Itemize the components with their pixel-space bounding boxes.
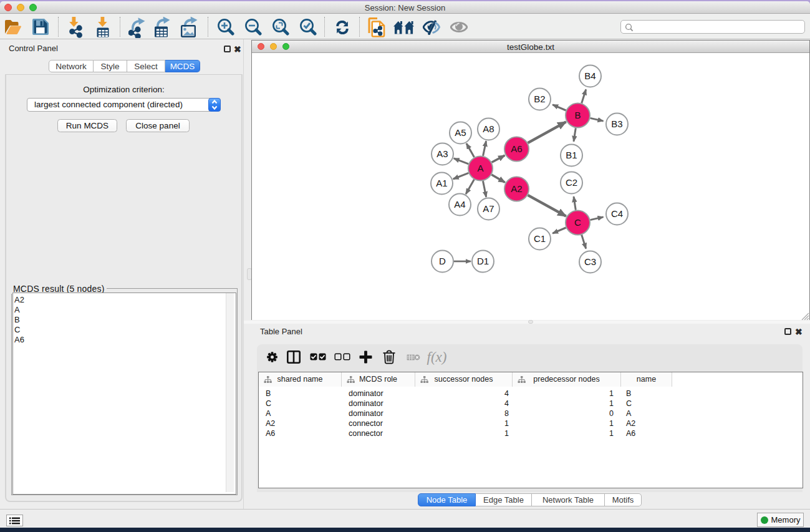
svg-text:C1: C1 [534,233,546,244]
svg-text:A4: A4 [454,199,465,210]
svg-text:C: C [574,217,581,228]
svg-text:A2: A2 [511,183,522,194]
svg-text:B2: B2 [534,94,545,104]
svg-text:A1: A1 [436,178,447,188]
svg-text:C4: C4 [611,208,623,219]
svg-text:A3: A3 [436,148,448,159]
svg-text:B3: B3 [611,118,622,129]
svg-text:A7: A7 [483,203,494,214]
svg-text:C2: C2 [566,177,577,188]
svg-text:B: B [574,110,581,120]
svg-text:B4: B4 [584,70,595,81]
svg-text:A5: A5 [455,127,466,138]
svg-text:B1: B1 [566,150,577,160]
svg-text:C3: C3 [584,256,596,267]
svg-text:A8: A8 [483,123,494,134]
svg-text:D1: D1 [477,256,489,266]
svg-text:A6: A6 [511,143,522,154]
svg-text:A: A [477,163,483,173]
svg-text:D: D [439,256,446,266]
